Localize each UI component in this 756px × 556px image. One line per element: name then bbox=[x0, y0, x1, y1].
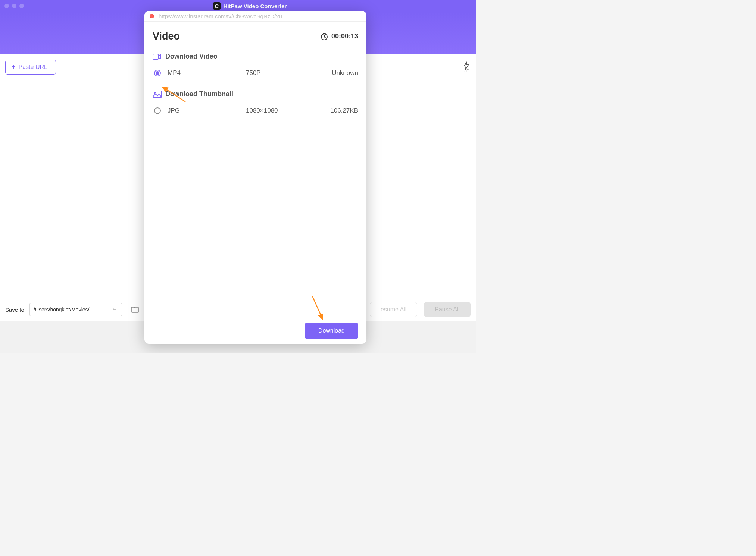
paste-url-label: Paste URL bbox=[19, 64, 47, 70]
traffic-dot[interactable] bbox=[4, 4, 9, 8]
app-window: C HitPaw Video Converter Co + Paste URL bbox=[0, 0, 476, 353]
modal-heading: Video bbox=[153, 31, 180, 42]
section-title: Download Video bbox=[165, 53, 218, 60]
duration-text: 00:00:13 bbox=[331, 32, 358, 40]
option-size: 106.27KB bbox=[321, 107, 358, 114]
svg-rect-9 bbox=[132, 307, 138, 312]
paste-url-button[interactable]: + Paste URL bbox=[5, 60, 56, 75]
plus-icon: + bbox=[12, 63, 16, 71]
option-jpg[interactable]: JPG 1080×1080 106.27KB bbox=[153, 107, 358, 114]
save-to-label: Save to: bbox=[5, 307, 26, 313]
option-format: JPG bbox=[168, 107, 246, 114]
option-resolution: 1080×1080 bbox=[246, 107, 321, 114]
section-title: Download Thumbnail bbox=[165, 90, 233, 98]
pause-all-button[interactable]: Pause All bbox=[424, 302, 471, 317]
download-button[interactable]: Download bbox=[305, 323, 358, 339]
option-resolution: 750P bbox=[246, 69, 321, 77]
clock-icon bbox=[320, 32, 328, 41]
titlebar: C HitPaw Video Converter bbox=[0, 0, 476, 12]
save-path-field[interactable] bbox=[29, 303, 122, 316]
modal-titlebar: https://www.instagram.com/tv/CbGwWcSgNzD… bbox=[144, 11, 366, 22]
resume-all-button[interactable]: esume All bbox=[370, 302, 417, 317]
window-traffic-lights[interactable] bbox=[4, 4, 24, 8]
video-camera-icon bbox=[153, 53, 162, 60]
svg-rect-11 bbox=[153, 54, 158, 59]
radio-unselected[interactable] bbox=[154, 107, 161, 114]
option-size: Unknown bbox=[321, 69, 358, 77]
app-icon: C bbox=[213, 2, 221, 10]
save-path-input[interactable] bbox=[29, 303, 108, 316]
modal-body: Video 00:00:13 Download Video bbox=[144, 22, 366, 317]
section-download-thumbnail: Download Thumbnail bbox=[153, 90, 358, 98]
download-modal: https://www.instagram.com/tv/CbGwWcSgNzD… bbox=[144, 11, 366, 344]
lightning-label: off bbox=[465, 69, 469, 73]
close-icon[interactable] bbox=[150, 14, 154, 18]
chevron-down-icon bbox=[113, 308, 117, 311]
radio-selected[interactable] bbox=[154, 70, 161, 76]
hardware-accel-toggle[interactable]: off bbox=[462, 61, 471, 73]
folder-icon[interactable] bbox=[131, 305, 139, 314]
save-path-dropdown[interactable] bbox=[108, 303, 122, 316]
traffic-dot[interactable] bbox=[19, 4, 24, 8]
modal-url: https://www.instagram.com/tv/CbGwWcSgNzD… bbox=[159, 13, 361, 19]
section-download-video: Download Video bbox=[153, 53, 358, 60]
option-mp4[interactable]: MP4 750P Unknown bbox=[153, 69, 358, 77]
image-icon bbox=[153, 91, 162, 98]
svg-rect-12 bbox=[153, 91, 161, 98]
traffic-dot[interactable] bbox=[12, 4, 16, 8]
app-title: HitPaw Video Converter bbox=[224, 3, 287, 9]
video-duration: 00:00:13 bbox=[320, 32, 358, 41]
option-format: MP4 bbox=[168, 69, 246, 77]
modal-footer: Download bbox=[144, 317, 366, 344]
